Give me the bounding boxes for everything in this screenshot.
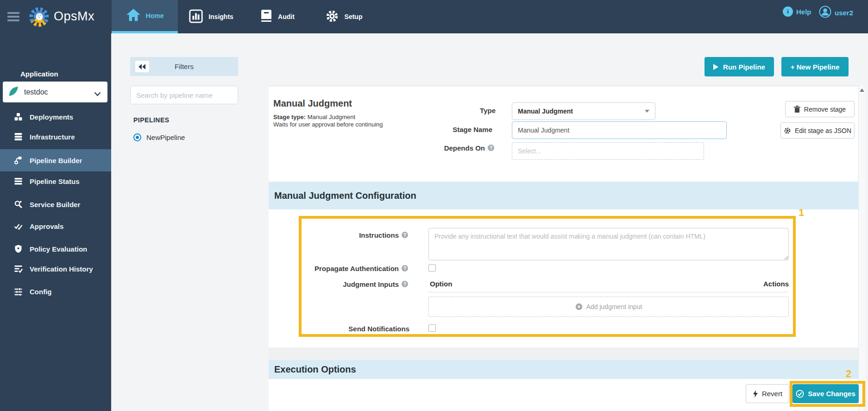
collapse-filters-button[interactable] bbox=[135, 61, 149, 72]
sidebar-item-pipeline-builder[interactable]: Pipeline Builder bbox=[0, 149, 111, 171]
pipelines-section-header: PIPELINES bbox=[133, 116, 170, 124]
lightning-icon bbox=[753, 390, 758, 398]
opsmx-logo-icon bbox=[29, 6, 50, 27]
user-menu[interactable]: user2 bbox=[819, 6, 853, 19]
edit-stage-json-button[interactable]: Edit stage as JSON bbox=[780, 122, 855, 139]
help-info-icon: i bbox=[783, 6, 793, 17]
tab-insights[interactable]: Insights bbox=[178, 0, 244, 33]
opsmx-pipeline-builder-page: OpsMx Home Insights Audit Setup bbox=[0, 0, 868, 411]
judgment-inputs-label: Judgment Inputs bbox=[343, 280, 399, 288]
help-circle-icon[interactable]: ? bbox=[488, 145, 494, 151]
application-leaf-icon bbox=[7, 85, 19, 99]
actions-column-header: Actions bbox=[742, 280, 789, 288]
tab-audit[interactable]: Audit bbox=[244, 0, 310, 33]
run-pipeline-button[interactable]: Run Pipeline bbox=[704, 57, 774, 76]
propagate-auth-checkbox[interactable] bbox=[428, 264, 436, 272]
stage-name-input[interactable] bbox=[512, 121, 727, 139]
propagate-auth-label-row: Propagate Authentication ? bbox=[278, 264, 408, 272]
pipeline-list-item[interactable]: NewPipeline bbox=[133, 133, 185, 141]
sidebar-item-label: Service Builder bbox=[30, 201, 80, 209]
sidebar-item-pipeline-status[interactable]: Pipeline Status bbox=[0, 170, 111, 192]
revert-label: Revert bbox=[762, 390, 782, 398]
run-pipeline-label: Run Pipeline bbox=[723, 63, 765, 71]
pipeline-branch-icon bbox=[14, 156, 23, 164]
sidebar-item-label: Verification History bbox=[30, 265, 93, 273]
trash-icon bbox=[794, 106, 800, 113]
execution-options-section-header: Execution Options bbox=[269, 360, 858, 379]
sidebar-item-label: Config bbox=[30, 288, 51, 296]
application-name: testdoc bbox=[24, 88, 48, 96]
check-circle-icon bbox=[796, 390, 804, 398]
hamburger-menu-icon[interactable] bbox=[7, 12, 19, 21]
revert-button[interactable]: Revert bbox=[746, 384, 789, 403]
sidebar-item-infrastructure[interactable]: Infrastructure bbox=[0, 126, 111, 148]
tab-setup[interactable]: Setup bbox=[310, 0, 377, 33]
shield-icon bbox=[14, 245, 23, 253]
pipeline-radio-selected[interactable] bbox=[133, 133, 141, 141]
judgment-inputs-divider bbox=[428, 292, 789, 292]
execution-options-title: Execution Options bbox=[274, 364, 356, 375]
sidebar-item-config[interactable]: Config bbox=[0, 280, 111, 303]
setup-gear-icon bbox=[325, 9, 340, 25]
depends-on-select[interactable]: Select... bbox=[512, 142, 704, 160]
pipeline-search-input[interactable] bbox=[130, 86, 238, 104]
scroll-up-arrow-icon[interactable] bbox=[860, 89, 864, 92]
send-notifications-label-row: Send Notifications bbox=[278, 324, 409, 333]
remove-stage-button[interactable]: Remove stage bbox=[785, 101, 855, 117]
sidebar-item-deployments[interactable]: Deployments bbox=[0, 106, 111, 128]
sidebar-item-service-builder[interactable]: Service Builder bbox=[0, 193, 111, 215]
play-icon bbox=[713, 64, 718, 70]
sidebar-item-verification-history[interactable]: Verification History bbox=[0, 258, 111, 280]
filters-title: Filters bbox=[175, 63, 194, 70]
add-judgment-input-button[interactable]: Add judgment input bbox=[428, 297, 789, 317]
tab-home[interactable]: Home bbox=[112, 0, 178, 33]
save-changes-button[interactable]: Save Changes bbox=[793, 384, 859, 403]
list-bars-icon bbox=[14, 177, 23, 185]
sliders-icon bbox=[14, 287, 23, 296]
user-avatar-icon bbox=[819, 6, 831, 19]
stage-title: Manual Judgment bbox=[273, 98, 352, 109]
help-circle-icon[interactable]: ? bbox=[402, 232, 408, 238]
filters-panel-header: Filters bbox=[130, 57, 238, 76]
stage-type-dropdown[interactable]: Manual Judgment bbox=[512, 102, 655, 120]
stage-type-dropdown-value: Manual Judgment bbox=[518, 107, 645, 115]
help-circle-icon[interactable]: ? bbox=[402, 265, 408, 272]
audit-book-icon bbox=[260, 9, 273, 25]
depends-on-label-row: Depends On ? bbox=[398, 144, 494, 152]
application-section-label: Application bbox=[20, 70, 58, 78]
instructions-label: Instructions bbox=[359, 231, 399, 239]
double-check-icon bbox=[14, 222, 23, 230]
stage-description: Waits for user approval before continuin… bbox=[273, 121, 383, 128]
circle-plus-icon bbox=[575, 303, 583, 310]
option-column-header: Option bbox=[430, 280, 452, 288]
user-label: user2 bbox=[835, 9, 853, 17]
sidebar-item-label: Pipeline Builder bbox=[30, 157, 82, 164]
sidebar-item-label: Approvals bbox=[30, 222, 63, 230]
new-pipeline-button[interactable]: + New Pipeline bbox=[781, 57, 849, 76]
gear-icon bbox=[784, 127, 791, 134]
sidebar-item-approvals[interactable]: Approvals bbox=[0, 215, 111, 237]
application-selector[interactable]: testdoc bbox=[3, 82, 107, 102]
section-gap bbox=[269, 348, 858, 360]
stage-type-line: Stage type: Manual Judgment bbox=[273, 114, 355, 120]
chevron-down-icon bbox=[94, 90, 101, 98]
sidebar-item-policy-evaluation[interactable]: Policy Evaluation bbox=[0, 238, 111, 260]
tab-home-label: Home bbox=[146, 12, 164, 19]
annotation-number-2: 2 bbox=[846, 368, 851, 380]
depends-on-placeholder: Select... bbox=[518, 147, 541, 155]
new-pipeline-label: + New Pipeline bbox=[791, 63, 839, 71]
instructions-textarea[interactable] bbox=[428, 228, 789, 260]
cubes-icon bbox=[14, 113, 23, 121]
help-circle-icon[interactable]: ? bbox=[402, 281, 408, 287]
add-judgment-input-label: Add judgment input bbox=[586, 303, 642, 310]
top-navigation-bar: OpsMx Home Insights Audit Setup bbox=[0, 0, 868, 33]
bar-chart-icon bbox=[189, 9, 203, 25]
brand-name: OpsMx bbox=[54, 9, 94, 24]
help-menu[interactable]: i Help bbox=[783, 6, 811, 17]
sidebar-item-label: Pipeline Status bbox=[30, 177, 80, 185]
send-notifications-checkbox[interactable] bbox=[428, 324, 436, 332]
propagate-auth-label: Propagate Authentication bbox=[314, 265, 399, 272]
judgment-config-section-header: Manual Judgment Configuration bbox=[269, 182, 858, 209]
judgment-config-title: Manual Judgment Configuration bbox=[274, 190, 416, 201]
vertical-scrollbar[interactable] bbox=[858, 86, 865, 411]
